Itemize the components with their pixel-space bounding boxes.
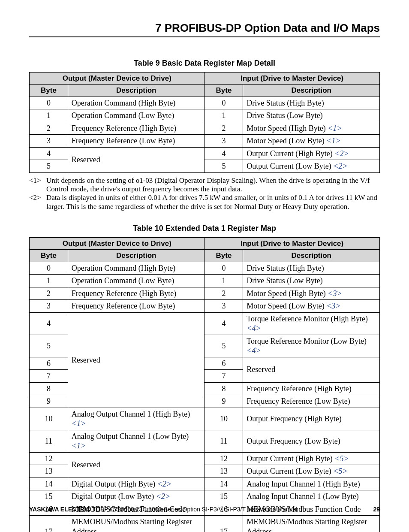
footer-left: YASKAWA ELECTRIC TOBP C730600 23C 1000-S… — [29, 506, 297, 513]
t10-in-desc: Torque Reference Monitor (Low Byte) <4> — [243, 335, 380, 357]
t10-out-byte: 9 — [30, 395, 68, 408]
t9-in-head: Input (Drive to Master Device) — [204, 73, 380, 85]
t10-out-byte: 2 — [30, 287, 68, 300]
t10-out-byte: 5 — [30, 335, 68, 357]
t9-out-desc: Operation Command (Low Byte) — [68, 109, 204, 122]
footnote-ref: <2> — [155, 480, 171, 488]
footnote-ref: <1> — [325, 136, 341, 145]
t10-out-head: Output (Master Device to Drive) — [30, 238, 204, 250]
t10-row: 15Digital Output (Low Byte) <2>15Analog … — [30, 490, 380, 503]
t9-in-desc: Drive Status (High Byte) — [243, 97, 380, 109]
footnote-tag: <2> — [29, 193, 46, 211]
t9-desc-h2: Description — [243, 85, 380, 97]
t9-in-desc: Motor Speed (High Byte) <1> — [243, 122, 380, 135]
t9-out-byte: 0 — [30, 97, 68, 109]
footnote-text: Data is displayed in units of either 0.0… — [46, 193, 380, 211]
page-footer: YASKAWA ELECTRIC TOBP C730600 23C 1000-S… — [29, 506, 380, 513]
t9-row: 3Frequency Reference (Low Byte)3Motor Sp… — [30, 135, 380, 148]
t10-out-byte: 4 — [30, 312, 68, 335]
footnote-ref: <1> — [326, 124, 342, 133]
t10-out-desc: Operation Command (High Byte) — [68, 262, 204, 275]
t9-row: 4Reserved4Output Current (High Byte) <2> — [30, 147, 380, 160]
footnote-ref: <2> — [333, 149, 349, 158]
t10-row: 0Operation Command (High Byte)0Drive Sta… — [30, 262, 380, 275]
t10-row: 4Reserved4Torque Reference Monitor (High… — [30, 312, 380, 335]
t10-out-desc: Operation Command (Low Byte) — [68, 275, 204, 287]
footnote-ref: <2> — [331, 162, 348, 170]
t9-out-head: Output (Master Device to Drive) — [30, 73, 204, 85]
t9-in-desc: Motor Speed (Low Byte) <1> — [243, 135, 380, 148]
t10-in-desc: Output Frequency (High Byte) — [243, 408, 380, 430]
footnote-ref: <1> — [72, 419, 86, 428]
footnote-ref: <5> — [331, 467, 348, 475]
t10-out-byte: 1 — [30, 275, 68, 287]
t10-out-byte: 11 — [30, 430, 68, 452]
table9: Output (Master Device to Drive) Input (D… — [29, 72, 380, 173]
t10-out-desc: Digital Output (High Byte) <2> — [68, 478, 204, 490]
t10-desc-h2: Description — [243, 250, 380, 262]
t9-byte-h2: Byte — [204, 85, 243, 97]
t10-in-desc: Analog Input Channel 1 (Low Byte) — [243, 490, 380, 503]
t9-out-desc: Operation Command (High Byte) — [68, 97, 204, 109]
t9-out-desc: Reserved — [68, 147, 204, 172]
t10-in-byte: 8 — [204, 382, 243, 395]
t10-in-byte: 7 — [204, 370, 243, 383]
t10-out-byte: 0 — [30, 262, 68, 275]
t10-out-desc: Frequency Reference (High Byte) — [68, 287, 204, 300]
t10-in-byte: 14 — [204, 478, 243, 490]
t9-in-byte: 1 — [204, 109, 243, 122]
t10-in-byte: 5 — [204, 335, 243, 357]
t10-in-byte: 1 — [204, 275, 243, 287]
t10-in-desc: Reserved — [243, 357, 380, 382]
table10: Output (Master Device to Drive) Input (D… — [29, 237, 380, 532]
footnote-tag: <1> — [29, 176, 46, 194]
t9-in-byte: 3 — [204, 135, 243, 148]
t10-in-desc: Torque Reference Monitor (High Byte) <4> — [243, 312, 380, 335]
t10-byte-h1: Byte — [30, 250, 68, 262]
t10-in-desc: Motor Speed (High Byte) <3> — [243, 287, 380, 300]
t10-in-byte: 0 — [204, 262, 243, 275]
t9-out-byte: 3 — [30, 135, 68, 148]
t9-out-desc: Frequency Reference (High Byte) — [68, 122, 204, 135]
t10-out-desc: Reserved — [68, 312, 204, 408]
t9-in-byte: 5 — [204, 160, 243, 173]
t10-out-desc: Reserved — [68, 452, 204, 478]
t10-out-byte: 15 — [30, 490, 68, 503]
t10-in-desc: Output Current (Low Byte) <5> — [243, 465, 380, 478]
t10-in-desc: Drive Status (Low Byte) — [243, 275, 380, 287]
section-header: 7 PROFIBUS-DP Option Data and I/O Maps — [29, 21, 380, 37]
t10-in-byte: 2 — [204, 287, 243, 300]
t9-in-byte: 2 — [204, 122, 243, 135]
t10-in-byte: 15 — [204, 490, 243, 503]
footnote-ref: <5> — [333, 454, 349, 463]
t10-in-byte: 4 — [204, 312, 243, 335]
t10-in-desc: Drive Status (High Byte) — [243, 262, 380, 275]
t10-row: 17MEMOBUS/Modbus Starting Register Addre… — [30, 516, 380, 532]
t9-out-byte: 2 — [30, 122, 68, 135]
t9-in-desc: Output Current (High Byte) <2> — [243, 147, 380, 160]
t10-row: 10Analog Output Channel 1 (High Byte) <1… — [30, 408, 380, 430]
t10-in-byte: 10 — [204, 408, 243, 430]
t10-in-byte: 12 — [204, 452, 243, 465]
t10-in-desc: Frequency Reference (High Byte) — [243, 382, 380, 395]
footer-brand: YASKAWA ELECTRIC — [29, 506, 90, 513]
footnote-ref: <4> — [247, 346, 261, 355]
t10-out-byte: 12 — [30, 452, 68, 465]
t10-row: 2Frequency Reference (High Byte)2Motor S… — [30, 287, 380, 300]
t10-byte-h2: Byte — [204, 250, 243, 262]
t10-in-byte: 11 — [204, 430, 243, 452]
t9-out-byte: 4 — [30, 147, 68, 160]
t10-row: 1Operation Command (Low Byte)1Drive Stat… — [30, 275, 380, 287]
t10-in-desc: Output Frequency (Low Byte) — [243, 430, 380, 452]
t10-row: 3Frequency Reference (Low Byte)3Motor Sp… — [30, 300, 380, 313]
t9-in-desc: Drive Status (Low Byte) — [243, 109, 380, 122]
t10-row: 14Digital Output (High Byte) <2>14Analog… — [30, 478, 380, 490]
t10-in-desc: Motor Speed (Low Byte) <3> — [243, 300, 380, 313]
t10-out-byte: 17 — [30, 516, 68, 532]
t10-in-byte: 3 — [204, 300, 243, 313]
t9-in-byte: 0 — [204, 97, 243, 109]
table9-notes: <1>Unit depends on the setting of o1-03 … — [29, 176, 380, 212]
footnote: <2>Data is displayed in units of either … — [29, 193, 380, 211]
t10-in-desc: Frequency Reference (Low Byte) — [243, 395, 380, 408]
footnote-text: Unit depends on the setting of o1-03 (Di… — [46, 176, 380, 194]
